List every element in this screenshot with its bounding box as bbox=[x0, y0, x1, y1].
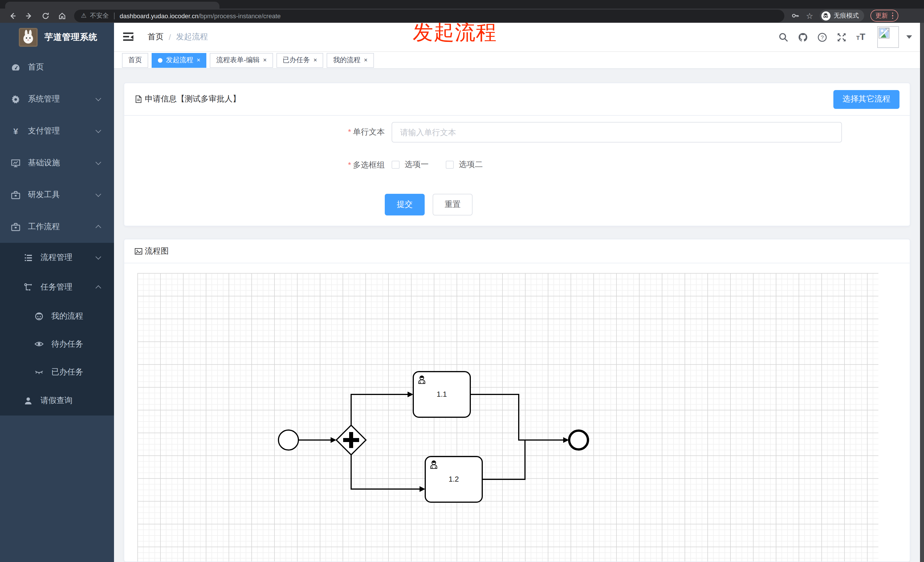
sidebar-menu-item[interactable]: 基础设施 bbox=[0, 147, 114, 179]
sidebar-menu-item[interactable]: 工作流程 bbox=[0, 211, 114, 243]
forward-icon[interactable] bbox=[25, 12, 33, 19]
sidebar-submenu: 流程管理 任务管理 我的流程 待办任务 已办任务 bbox=[0, 243, 114, 415]
bpmn-diagram: 1.1 1.2 bbox=[137, 273, 878, 562]
incognito-label: 无痕模式 bbox=[834, 11, 859, 20]
sidebar-item-label: 首页 bbox=[28, 62, 44, 72]
sidebar-menu-item[interactable]: 研发工具 bbox=[0, 179, 114, 211]
close-icon[interactable]: × bbox=[314, 57, 317, 63]
toolbox-icon bbox=[11, 222, 21, 232]
scrollbar[interactable] bbox=[920, 23, 924, 562]
chevron-icon bbox=[96, 159, 101, 165]
start-event[interactable] bbox=[279, 430, 298, 450]
user-task-1-1[interactable]: 1.1 bbox=[413, 372, 470, 417]
tab-label: 已办任务 bbox=[283, 55, 310, 65]
sidebar-menu-item[interactable]: 已办任务 bbox=[0, 358, 114, 386]
key-icon[interactable] bbox=[791, 11, 800, 20]
browser-tab[interactable] bbox=[5, 2, 219, 9]
sidebar-menu-item[interactable]: 待办任务 bbox=[0, 330, 114, 358]
submit-button[interactable]: 提交 bbox=[385, 194, 424, 216]
eye-icon bbox=[34, 339, 44, 349]
reload-icon[interactable] bbox=[42, 12, 50, 19]
checkbox[interactable] bbox=[446, 161, 454, 169]
chevron-icon bbox=[96, 225, 101, 231]
task-label: 1.2 bbox=[448, 475, 459, 483]
avatar[interactable] bbox=[877, 26, 899, 48]
close-icon[interactable]: × bbox=[196, 57, 200, 63]
bookmark-star-icon[interactable]: ☆ bbox=[806, 11, 813, 20]
single-line-input[interactable] bbox=[392, 122, 842, 142]
flow-diagram-title: 流程图 bbox=[145, 246, 169, 256]
parallel-gateway[interactable] bbox=[336, 425, 366, 455]
tab[interactable]: 我的流程 × bbox=[327, 53, 374, 67]
single-line-row: *单行文本 bbox=[318, 122, 842, 142]
sidebar-menu-item[interactable]: ¥ 支付管理 bbox=[0, 115, 114, 147]
fullscreen-icon[interactable] bbox=[837, 32, 846, 42]
sidebar-item-label: 支付管理 bbox=[28, 126, 60, 136]
user-task-1-2[interactable]: 1.2 bbox=[425, 457, 482, 502]
font-size-icon[interactable]: TT bbox=[856, 32, 865, 42]
breadcrumb-separator: / bbox=[169, 33, 171, 42]
sidebar-collapse-icon[interactable] bbox=[123, 33, 134, 41]
tab[interactable]: 发起流程 × bbox=[152, 53, 207, 67]
bpmn-canvas[interactable]: 1.1 1.2 bbox=[137, 273, 878, 562]
address-bar[interactable]: ⚠ 不安全 dashboard.yudao.iocoder.cn/bpm/pro… bbox=[74, 9, 784, 22]
required-mark: * bbox=[348, 160, 351, 169]
breadcrumb: 首页 / 发起流程 bbox=[148, 23, 208, 51]
browser-menu-icon[interactable] bbox=[892, 12, 893, 19]
divider bbox=[114, 12, 115, 19]
gear-icon bbox=[11, 94, 21, 104]
app-logo[interactable]: 芋道管理系统 bbox=[0, 23, 114, 51]
avatar-caret-icon[interactable] bbox=[906, 35, 912, 39]
sidebar-menu-item[interactable]: 我的流程 bbox=[0, 302, 114, 330]
sidebar-menu-item[interactable]: 请假查询 bbox=[0, 386, 114, 415]
user-icon bbox=[23, 396, 33, 406]
apply-info-title: 申请信息【测试多审批人】 bbox=[145, 94, 240, 104]
form-actions: 提交 重置 bbox=[385, 194, 472, 216]
reset-button[interactable]: 重置 bbox=[433, 194, 472, 216]
github-icon[interactable] bbox=[798, 32, 808, 42]
checkbox-group-label: *多选框组 bbox=[318, 160, 385, 171]
sidebar-menu: 首页 系统管理 ¥ 支付管理 基础设施 研发工具 bbox=[0, 51, 114, 243]
sidebar: 芋道管理系统 首页 系统管理 ¥ 支付管理 基础设施 bbox=[0, 23, 114, 562]
sidebar-menu-item[interactable]: 任务管理 bbox=[0, 273, 114, 302]
sidebar-item-label: 已办任务 bbox=[51, 367, 83, 377]
breadcrumb-home[interactable]: 首页 bbox=[148, 32, 164, 42]
help-icon[interactable]: ? bbox=[818, 32, 827, 42]
sidebar-item-label: 基础设施 bbox=[28, 158, 60, 168]
yen-icon: ¥ bbox=[11, 126, 21, 136]
sidebar-menu-item[interactable]: 流程管理 bbox=[0, 243, 114, 273]
tab[interactable]: 流程表单-编辑 × bbox=[210, 53, 273, 67]
list-tree-icon bbox=[23, 253, 33, 262]
home-icon[interactable] bbox=[58, 12, 66, 19]
document-icon bbox=[135, 95, 142, 103]
checkbox-label: 选项二 bbox=[459, 160, 483, 170]
robot-icon bbox=[34, 311, 44, 321]
card-header: 申请信息【测试多审批人】 选择其它流程 bbox=[124, 83, 910, 116]
tab-label: 我的流程 bbox=[333, 55, 360, 65]
tab[interactable]: 首页 bbox=[122, 53, 148, 67]
tab[interactable]: 已办任务 × bbox=[276, 53, 324, 67]
app-title: 芋道管理系统 bbox=[45, 31, 98, 42]
update-button[interactable]: 更新 bbox=[870, 10, 898, 22]
security-label: 不安全 bbox=[90, 11, 109, 20]
choose-other-process-button[interactable]: 选择其它流程 bbox=[833, 90, 900, 109]
checkbox-label: 选项一 bbox=[405, 160, 429, 170]
checkbox[interactable] bbox=[392, 161, 400, 169]
sidebar-menu-item[interactable]: 系统管理 bbox=[0, 83, 114, 115]
dashboard-icon bbox=[11, 62, 21, 72]
end-event[interactable] bbox=[569, 431, 588, 450]
sidebar-menu-item[interactable]: 首页 bbox=[0, 51, 114, 83]
search-icon[interactable] bbox=[778, 32, 788, 42]
checkbox-option[interactable]: 选项一 bbox=[392, 160, 429, 170]
close-icon[interactable]: × bbox=[263, 57, 267, 63]
back-icon[interactable] bbox=[9, 12, 16, 19]
browser-toolbar: ⚠ 不安全 dashboard.yudao.iocoder.cn/bpm/pro… bbox=[0, 9, 924, 23]
close-icon[interactable]: × bbox=[364, 57, 368, 63]
browser-chrome: ⚠ 不安全 dashboard.yudao.iocoder.cn/bpm/pro… bbox=[0, 0, 924, 23]
chevron-icon bbox=[96, 191, 101, 197]
chevron-icon bbox=[96, 127, 101, 133]
checkbox-option[interactable]: 选项二 bbox=[446, 160, 483, 170]
breadcrumb-current: 发起流程 bbox=[176, 32, 208, 42]
tab-label: 流程表单-编辑 bbox=[216, 55, 260, 65]
navbar: 首页 / 发起流程 ? TT bbox=[114, 23, 920, 51]
